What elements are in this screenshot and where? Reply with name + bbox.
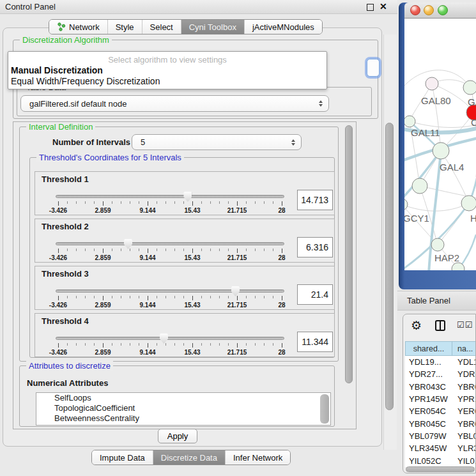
apply-button[interactable]: Apply bbox=[158, 429, 197, 443]
tick-mark bbox=[282, 201, 282, 206]
network-node[interactable] bbox=[412, 178, 427, 194]
algorithm-option[interactable]: Equal Width/Frequency Discretization bbox=[8, 76, 326, 87]
tab-jactivemnodules[interactable]: jActiveMNodules bbox=[245, 20, 322, 34]
table-row[interactable]: YIL052CYIL0... bbox=[405, 454, 476, 466]
network-node[interactable] bbox=[463, 81, 476, 95]
network-node[interactable] bbox=[404, 116, 415, 127]
float-window-icon[interactable] bbox=[367, 4, 374, 11]
table-cell[interactable]: YBL079W bbox=[405, 431, 452, 441]
tab-style[interactable]: Style bbox=[108, 20, 142, 34]
table-cell[interactable]: YER0... bbox=[452, 406, 476, 416]
tab-impute-data[interactable]: Impute Data bbox=[92, 450, 153, 464]
tick-mark bbox=[76, 343, 77, 346]
zoom-traffic-light-icon[interactable] bbox=[438, 5, 448, 15]
table-row[interactable]: YPR145WYPR1... bbox=[405, 393, 476, 405]
gear-icon[interactable]: ⚙ bbox=[411, 318, 422, 333]
table-cell[interactable]: YBR045C bbox=[405, 419, 452, 429]
select-columns-checkboxes-icon[interactable]: ☑☑ bbox=[457, 320, 473, 330]
table-row[interactable]: YER054CYER0... bbox=[405, 405, 476, 417]
tick-mark bbox=[103, 201, 104, 206]
tab-select[interactable]: Select bbox=[142, 20, 181, 34]
slider-thumb[interactable] bbox=[124, 239, 132, 249]
tick-mark bbox=[94, 201, 95, 204]
table-cell[interactable]: YBR0... bbox=[452, 419, 476, 429]
table-cell[interactable]: YIL0... bbox=[452, 456, 476, 466]
table-cell[interactable]: YIL052C bbox=[405, 456, 452, 466]
list-scrollbar[interactable] bbox=[320, 394, 329, 424]
threshold-slider[interactable] bbox=[56, 242, 284, 245]
table-row[interactable]: YLR345WYLR3... bbox=[405, 442, 476, 454]
network-node[interactable] bbox=[426, 77, 438, 90]
table-cell[interactable]: YLR345W bbox=[405, 443, 452, 453]
tick-mark bbox=[255, 343, 256, 346]
threshold-slider[interactable] bbox=[56, 289, 284, 293]
columns-icon[interactable] bbox=[435, 320, 445, 331]
attribute-item[interactable]: BetweennessCentrality bbox=[45, 413, 330, 424]
number-of-intervals-combobox[interactable]: 5 bbox=[132, 134, 302, 150]
inner-scrollbar[interactable] bbox=[345, 125, 353, 383]
attribute-item[interactable]: TopologicalCoefficient bbox=[45, 403, 330, 413]
close-icon[interactable]: ✕ bbox=[380, 1, 387, 12]
threshold-value-field[interactable]: 11.344 bbox=[297, 332, 333, 352]
network-node[interactable] bbox=[431, 238, 444, 251]
table-cell[interactable]: YBL0... bbox=[452, 431, 476, 441]
discretization-algorithm-title: Discretization Algorithm bbox=[20, 35, 112, 45]
slider-thumb[interactable] bbox=[183, 192, 192, 202]
table-cell[interactable]: YDR2... bbox=[452, 369, 476, 379]
network-node[interactable] bbox=[404, 199, 408, 210]
table-row[interactable]: YDR27...YDR2... bbox=[405, 368, 476, 380]
tick-mark bbox=[210, 296, 211, 298]
tab-network[interactable]: Network bbox=[49, 20, 108, 34]
tab-cyni-toolbox[interactable]: Cyni Toolbox bbox=[181, 20, 245, 34]
numerical-attributes-label: Numerical Attributes bbox=[27, 378, 108, 388]
network-canvas[interactable]: GAL80GACGAL11GAL4GCY1HHAP2 bbox=[404, 19, 476, 270]
outer-scrollbar-thumb[interactable] bbox=[385, 123, 394, 410]
table-cell[interactable]: YBR043C bbox=[405, 382, 452, 392]
table-cell[interactable]: YDL19... bbox=[405, 357, 452, 367]
table-row[interactable]: YBR045CYBR0... bbox=[405, 417, 476, 429]
tick-mark bbox=[139, 296, 139, 298]
network-node[interactable] bbox=[461, 196, 476, 211]
table-data-combobox[interactable]: galFiltered.sif default node bbox=[20, 95, 329, 112]
tick-label: 28 bbox=[278, 302, 285, 309]
column-header-shared[interactable]: shared... bbox=[405, 341, 452, 356]
table-row[interactable]: YBL079WYBL0... bbox=[405, 430, 476, 442]
table-horizontal-scrollbar[interactable] bbox=[406, 466, 475, 472]
algorithm-settings-button[interactable] bbox=[367, 59, 380, 77]
threshold-slider[interactable] bbox=[56, 337, 284, 340]
numerical-attributes-list[interactable]: SelfLoopsTopologicalCoefficientBetweenne… bbox=[36, 392, 331, 426]
column-header-name[interactable]: na... bbox=[452, 341, 476, 356]
table-cell[interactable]: YLR3... bbox=[452, 443, 476, 453]
network-nodes[interactable] bbox=[404, 77, 476, 270]
table-row[interactable]: YDL19...YDL1... bbox=[405, 356, 476, 368]
threshold-panel-3: Threshold 3 -3.4262.8599.14415.4321.7152… bbox=[35, 266, 335, 310]
table-row[interactable]: YBR043CYBR0... bbox=[405, 381, 476, 393]
threshold-slider[interactable] bbox=[56, 195, 284, 198]
threshold-value-field[interactable]: 21.4 bbox=[297, 284, 333, 305]
table-cell[interactable]: YER054C bbox=[405, 406, 452, 416]
threshold-value-field[interactable]: 6.316 bbox=[297, 237, 333, 257]
table-cell[interactable]: YPR145W bbox=[405, 394, 452, 404]
network-node[interactable] bbox=[433, 142, 449, 159]
tick-mark bbox=[67, 249, 68, 251]
table-cell[interactable]: YPR1... bbox=[452, 394, 476, 404]
tick-label: 9.144 bbox=[139, 254, 155, 261]
close-traffic-light-icon[interactable] bbox=[410, 5, 420, 15]
attribute-items: SelfLoopsTopologicalCoefficientBetweenne… bbox=[36, 393, 330, 424]
table-cell[interactable]: YDL1... bbox=[452, 357, 476, 367]
table-cell[interactable]: YBR0... bbox=[452, 382, 476, 392]
table-data-value: galFiltered.sif default node bbox=[29, 99, 127, 109]
interval-definition-title: Interval Definition bbox=[26, 122, 95, 132]
minimize-traffic-light-icon[interactable] bbox=[424, 5, 434, 15]
tab-network-label: Network bbox=[69, 22, 100, 32]
attribute-item[interactable]: SelfLoops bbox=[45, 393, 330, 403]
tick-mark bbox=[210, 249, 211, 251]
tick-mark bbox=[112, 249, 112, 251]
algorithm-option[interactable]: Manual Discretization bbox=[8, 65, 326, 76]
tab-discretize-data[interactable]: Discretize Data bbox=[153, 450, 226, 464]
slider-thumb[interactable] bbox=[231, 286, 240, 296]
threshold-value-field[interactable]: 14.713 bbox=[297, 190, 333, 210]
tab-infer-network[interactable]: Infer Network bbox=[226, 450, 290, 464]
table-cell[interactable]: YDR27... bbox=[405, 369, 452, 379]
slider-thumb[interactable] bbox=[160, 334, 168, 344]
